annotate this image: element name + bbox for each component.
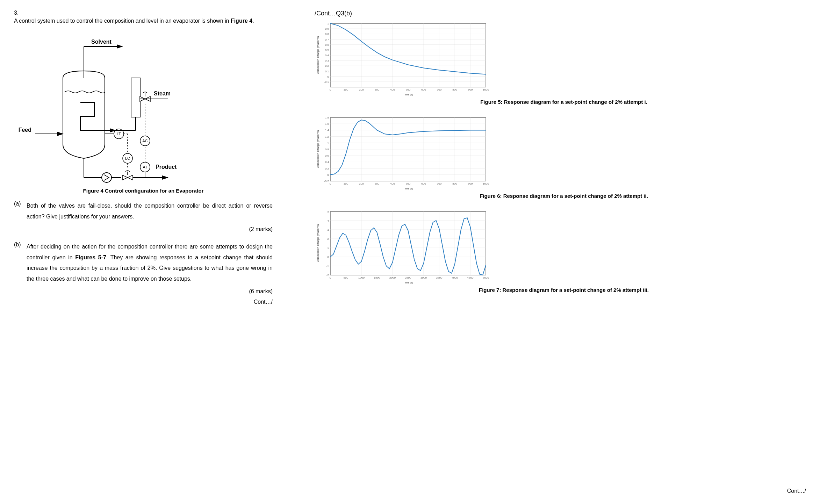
figure-4: Solvent Feed LT LC bbox=[14, 33, 273, 194]
svg-text:1: 1 bbox=[328, 246, 329, 250]
svg-text:600: 600 bbox=[421, 182, 426, 185]
svg-text:0.2: 0.2 bbox=[325, 64, 329, 67]
left-column: 3. A control system used to control the … bbox=[14, 10, 294, 494]
svg-text:0.8: 0.8 bbox=[325, 148, 329, 151]
chart-fig6: 01002003004005006007008009001000-0.200.2… bbox=[315, 114, 489, 191]
svg-text:0: 0 bbox=[328, 173, 329, 177]
svg-text:0.5: 0.5 bbox=[325, 49, 329, 52]
label-steam: Steam bbox=[154, 91, 171, 96]
svg-text:700: 700 bbox=[437, 88, 442, 91]
svg-text:1.4: 1.4 bbox=[325, 129, 329, 132]
part-a-text: Both of the valves are fail-close, shoul… bbox=[27, 201, 273, 222]
question-number: 3. bbox=[14, 10, 24, 16]
svg-text:0: 0 bbox=[330, 88, 331, 91]
svg-text:1.8: 1.8 bbox=[325, 116, 329, 119]
svg-text:2000: 2000 bbox=[389, 276, 396, 279]
svg-text:100: 100 bbox=[344, 88, 348, 91]
label-product: Product bbox=[156, 164, 177, 170]
svg-text:1: 1 bbox=[328, 22, 329, 25]
svg-text:2: 2 bbox=[328, 237, 329, 240]
svg-text:Composition change (mass %): Composition change (mass %) bbox=[316, 224, 319, 262]
label-solvent: Solvent bbox=[91, 39, 112, 45]
svg-text:5000: 5000 bbox=[483, 276, 489, 279]
figure-5: 01002003004005006007008009001000-0.100.1… bbox=[315, 20, 813, 105]
svg-text:-1: -1 bbox=[326, 265, 329, 268]
svg-text:500: 500 bbox=[406, 182, 411, 185]
svg-text:800: 800 bbox=[452, 182, 457, 185]
svg-text:1: 1 bbox=[328, 142, 329, 145]
part-b-label: (b) bbox=[14, 242, 27, 307]
svg-text:0.9: 0.9 bbox=[325, 27, 329, 30]
svg-text:900: 900 bbox=[468, 182, 473, 185]
figure-6-caption: Figure 6: Response diagram for a set-poi… bbox=[315, 193, 813, 199]
part-b-text: After deciding on the action for the com… bbox=[27, 242, 273, 284]
svg-text:1.2: 1.2 bbox=[325, 135, 329, 138]
svg-text:500: 500 bbox=[406, 88, 411, 91]
svg-text:3500: 3500 bbox=[436, 276, 443, 279]
label-LC: LC bbox=[125, 156, 130, 160]
svg-text:800: 800 bbox=[452, 88, 457, 91]
svg-text:-2: -2 bbox=[326, 274, 329, 277]
question-intro: 3. A control system used to control the … bbox=[14, 10, 273, 26]
label-LT: LT bbox=[117, 132, 121, 136]
svg-text:0: 0 bbox=[328, 255, 329, 259]
svg-text:1.6: 1.6 bbox=[325, 122, 329, 125]
svg-text:300: 300 bbox=[375, 88, 380, 91]
figure-6: 01002003004005006007008009001000-0.200.2… bbox=[315, 114, 813, 199]
part-b-marks: (6 marks) bbox=[27, 286, 273, 297]
part-a-label: (a) bbox=[14, 201, 27, 235]
svg-text:Composition change (mass %): Composition change (mass %) bbox=[316, 130, 319, 168]
svg-text:-0.2: -0.2 bbox=[324, 180, 329, 183]
svg-text:400: 400 bbox=[390, 88, 395, 91]
svg-text:200: 200 bbox=[359, 182, 364, 185]
svg-text:300: 300 bbox=[375, 182, 380, 185]
svg-text:4000: 4000 bbox=[452, 276, 458, 279]
svg-text:Time (s): Time (s) bbox=[403, 281, 413, 284]
svg-text:3: 3 bbox=[328, 228, 329, 231]
steam-valve-icon bbox=[140, 92, 150, 101]
svg-text:0.4: 0.4 bbox=[325, 54, 329, 57]
svg-text:4: 4 bbox=[328, 219, 329, 222]
label-AC: AC bbox=[142, 139, 148, 143]
svg-text:0.2: 0.2 bbox=[325, 167, 329, 170]
label-feed: Feed bbox=[19, 127, 31, 133]
svg-rect-22 bbox=[131, 78, 140, 117]
right-column: /Cont…Q3(b) 0100200300400500600700800900… bbox=[294, 10, 813, 494]
cont-bottom-right: Cont…/ bbox=[787, 488, 806, 494]
svg-text:700: 700 bbox=[437, 182, 442, 185]
svg-text:500: 500 bbox=[344, 276, 348, 279]
label-AT: AT bbox=[143, 165, 148, 169]
svg-text:4500: 4500 bbox=[467, 276, 474, 279]
figure-4-caption: Figure 4 Control configuration for an Ev… bbox=[14, 188, 273, 194]
svg-text:200: 200 bbox=[359, 88, 364, 91]
svg-text:100: 100 bbox=[344, 182, 348, 185]
svg-text:2500: 2500 bbox=[405, 276, 411, 279]
svg-text:Time (s): Time (s) bbox=[403, 187, 413, 190]
svg-text:-0.1: -0.1 bbox=[324, 80, 329, 84]
evaporator-diagram: Solvent Feed LT LC bbox=[14, 33, 189, 186]
svg-text:0: 0 bbox=[330, 276, 331, 279]
part-a-marks: (2 marks) bbox=[27, 224, 273, 235]
svg-text:0.7: 0.7 bbox=[325, 38, 329, 41]
cont-left: Cont…/ bbox=[27, 297, 273, 307]
product-valve-icon bbox=[122, 171, 133, 180]
figure-7: 0500100015002000250030003500400045005000… bbox=[315, 208, 813, 293]
svg-text:0.3: 0.3 bbox=[325, 59, 329, 62]
svg-text:Time (s): Time (s) bbox=[403, 93, 413, 96]
svg-text:0: 0 bbox=[328, 75, 329, 78]
figure-5-caption: Figure 5: Response diagram for a set-poi… bbox=[315, 99, 813, 105]
svg-text:400: 400 bbox=[390, 182, 395, 185]
svg-text:0: 0 bbox=[330, 182, 331, 185]
svg-text:1500: 1500 bbox=[374, 276, 380, 279]
svg-text:0.4: 0.4 bbox=[325, 160, 329, 164]
cont-header: /Cont…Q3(b) bbox=[315, 10, 813, 17]
svg-text:1000: 1000 bbox=[483, 182, 489, 185]
svg-text:1000: 1000 bbox=[483, 88, 489, 91]
chart-fig5: 01002003004005006007008009001000-0.100.1… bbox=[315, 20, 489, 97]
svg-text:3000: 3000 bbox=[420, 276, 427, 279]
figure-7-caption: Figure 7: Response diagram for a set-poi… bbox=[315, 287, 813, 293]
svg-text:900: 900 bbox=[468, 88, 473, 91]
part-a: (a) Both of the valves are fail-close, s… bbox=[14, 201, 273, 235]
svg-text:0.6: 0.6 bbox=[325, 154, 329, 157]
chart-fig7: 0500100015002000250030003500400045005000… bbox=[315, 208, 489, 285]
